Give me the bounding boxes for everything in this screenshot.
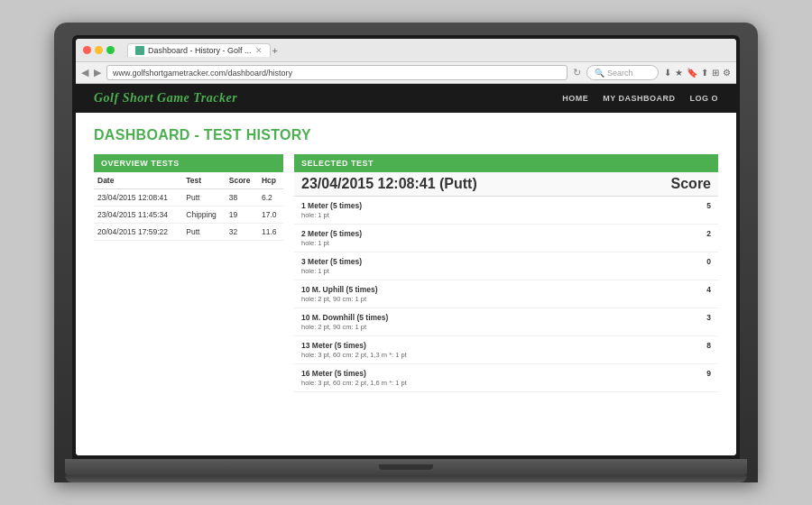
minimize-button[interactable]	[95, 46, 103, 54]
site-body: DASHBOARD - TEST HISTORY OVERVIEW TESTS …	[76, 113, 736, 455]
selected-item-detail: hole: 3 pt, 60 cm: 2 pt, 1,6 m *: 1 pt	[301, 379, 711, 387]
selected-item-row: 13 Meter (5 times) 8	[301, 341, 711, 350]
search-box[interactable]: 🔍 Search	[586, 65, 659, 80]
selected-item-score: 0	[706, 257, 711, 266]
list-item: 10 M. Downhill (5 times) 3 hole: 2 pt, 9…	[294, 308, 718, 336]
list-item: 3 Meter (5 times) 0 hole: 1 pt	[294, 252, 718, 280]
settings-icon[interactable]: ⚙	[723, 68, 731, 78]
back-button[interactable]: ◀	[81, 67, 88, 78]
selected-test-date: 23/04/2015 12:08:41 (Putt)	[301, 176, 477, 192]
cell-test: Chipping	[182, 207, 226, 224]
search-icon: 🔍	[595, 69, 604, 78]
maximize-button[interactable]	[106, 46, 115, 54]
list-item: 2 Meter (5 times) 2 hole: 1 pt	[294, 225, 718, 252]
selected-items-list: 1 Meter (5 times) 5 hole: 1 pt 2 Meter (…	[294, 197, 718, 392]
col-test: Test	[182, 172, 226, 189]
col-hcp: Hcp	[258, 172, 283, 189]
cell-date: 20/04/2015 17:59:22	[94, 224, 182, 241]
website: Golf Short Game Tracker HOME MY DASHBOAR…	[76, 84, 736, 455]
selected-item-row: 10 M. Downhill (5 times) 3	[301, 313, 711, 322]
selected-test-header-row: 23/04/2015 12:08:41 (Putt) Score	[294, 172, 718, 197]
overview-panel: OVERVIEW TESTS Date Test Score Hcp	[94, 154, 283, 392]
url-text: www.golfshortgametracker.com/dashboard/h…	[113, 69, 292, 78]
selected-item-name: 3 Meter (5 times)	[301, 257, 362, 266]
cell-hcp: 17.0	[258, 207, 283, 224]
cell-hcp: 6.2	[258, 189, 283, 207]
page-title-rest: - TEST HISTORY	[190, 127, 311, 142]
selected-item-row: 1 Meter (5 times) 5	[301, 201, 711, 210]
selected-item-detail: hole: 2 pt, 90 cm: 1 pt	[301, 295, 711, 303]
table-row[interactable]: 20/04/2015 17:59:22 Putt 32 11.6	[94, 224, 283, 241]
grid-icon[interactable]: ⊞	[712, 68, 719, 78]
table-row[interactable]: 23/04/2015 12:08:41 Putt 38 6.2	[94, 189, 283, 207]
nav-logout[interactable]: LOG O	[690, 94, 719, 103]
selected-item-score: 4	[706, 285, 711, 294]
forward-button[interactable]: ▶	[94, 67, 101, 78]
browser-titlebar: Dashboard - History - Golf ... ✕ +	[76, 39, 736, 62]
selected-item-score: 8	[706, 341, 711, 350]
selected-item-score: 5	[706, 201, 711, 210]
selected-panel-header: SELECTED TEST	[294, 154, 718, 172]
list-item: 10 M. Uphill (5 times) 4 hole: 2 pt, 90 …	[294, 280, 718, 308]
star-icon[interactable]: ★	[675, 68, 683, 78]
selected-item-name: 16 Meter (5 times)	[301, 369, 366, 378]
cell-score: 38	[226, 189, 258, 207]
page-title: DASHBOARD - TEST HISTORY	[94, 127, 718, 143]
browser-tab[interactable]: Dashboard - History - Golf ... ✕	[127, 43, 271, 57]
list-item: 16 Meter (5 times) 9 hole: 3 pt, 60 cm: …	[294, 364, 718, 392]
selected-item-row: 3 Meter (5 times) 0	[301, 257, 711, 266]
laptop-notch	[379, 464, 433, 470]
laptop-screen: Dashboard - History - Golf ... ✕ + ◀ ▶ w…	[76, 39, 736, 455]
selected-score-label: Score	[671, 176, 711, 192]
selected-item-name: 10 M. Uphill (5 times)	[301, 285, 378, 294]
selected-panel: SELECTED TEST 23/04/2015 12:08:41 (Putt)…	[294, 154, 718, 392]
laptop-base	[65, 459, 747, 475]
selected-item-detail: hole: 1 pt	[301, 239, 711, 247]
site-logo: Golf Short Game Tracker	[94, 91, 237, 106]
cell-date: 23/04/2015 11:45:34	[94, 207, 182, 224]
nav-home[interactable]: HOME	[562, 94, 588, 103]
share-icon[interactable]: ⬆	[701, 68, 708, 78]
col-score: Score	[226, 172, 258, 189]
tab-title: Dashboard - History - Golf ...	[148, 46, 252, 55]
site-nav: HOME MY DASHBOARD LOG O	[562, 94, 718, 103]
tab-close-button[interactable]: ✕	[255, 46, 263, 55]
list-item: 1 Meter (5 times) 5 hole: 1 pt	[294, 197, 718, 225]
page-title-green: DASHBOARD	[94, 127, 190, 142]
bookmark-icon[interactable]: 🔖	[687, 68, 697, 78]
laptop-foot	[65, 475, 747, 482]
cell-test: Putt	[182, 189, 226, 207]
cell-hcp: 11.6	[258, 224, 283, 241]
selected-item-detail: hole: 1 pt	[301, 211, 711, 219]
selected-item-name: 10 M. Downhill (5 times)	[301, 313, 388, 322]
new-tab-button[interactable]: +	[272, 45, 278, 56]
list-item: 13 Meter (5 times) 8 hole: 3 pt, 60 cm: …	[294, 336, 718, 364]
panels: OVERVIEW TESTS Date Test Score Hcp	[94, 154, 718, 392]
overview-panel-header: OVERVIEW TESTS	[94, 154, 283, 172]
search-placeholder: Search	[607, 69, 633, 78]
selected-item-score: 2	[706, 229, 711, 238]
tab-favicon	[135, 46, 144, 55]
url-input[interactable]: www.golfshortgametracker.com/dashboard/h…	[106, 65, 567, 80]
table-row[interactable]: 23/04/2015 11:45:34 Chipping 19 17.0	[94, 207, 283, 224]
selected-item-detail: hole: 1 pt	[301, 267, 711, 275]
refresh-button[interactable]: ↻	[573, 67, 581, 78]
site-header: Golf Short Game Tracker HOME MY DASHBOAR…	[76, 84, 736, 113]
cell-test: Putt	[182, 224, 226, 241]
selected-item-row: 2 Meter (5 times) 2	[301, 229, 711, 238]
screen-bezel: Dashboard - History - Golf ... ✕ + ◀ ▶ w…	[72, 35, 740, 459]
selected-item-name: 1 Meter (5 times)	[301, 201, 362, 210]
col-date: Date	[94, 172, 182, 189]
download-icon[interactable]: ⬇	[664, 68, 671, 78]
selected-item-score: 3	[706, 313, 711, 322]
selected-item-score: 9	[706, 369, 711, 378]
traffic-lights	[83, 46, 115, 54]
close-button[interactable]	[83, 46, 91, 54]
laptop-shell: Dashboard - History - Golf ... ✕ + ◀ ▶ w…	[54, 23, 758, 482]
tab-bar: Dashboard - History - Golf ... ✕ +	[127, 43, 278, 57]
address-bar: ◀ ▶ www.golfshortgametracker.com/dashboa…	[76, 62, 736, 84]
selected-item-detail: hole: 3 pt, 60 cm: 2 pt, 1,3 m *: 1 pt	[301, 351, 711, 359]
cell-score: 19	[226, 207, 258, 224]
toolbar-icons: ⬇ ★ 🔖 ⬆ ⊞ ⚙	[664, 68, 731, 78]
nav-dashboard[interactable]: MY DASHBOARD	[603, 94, 675, 103]
